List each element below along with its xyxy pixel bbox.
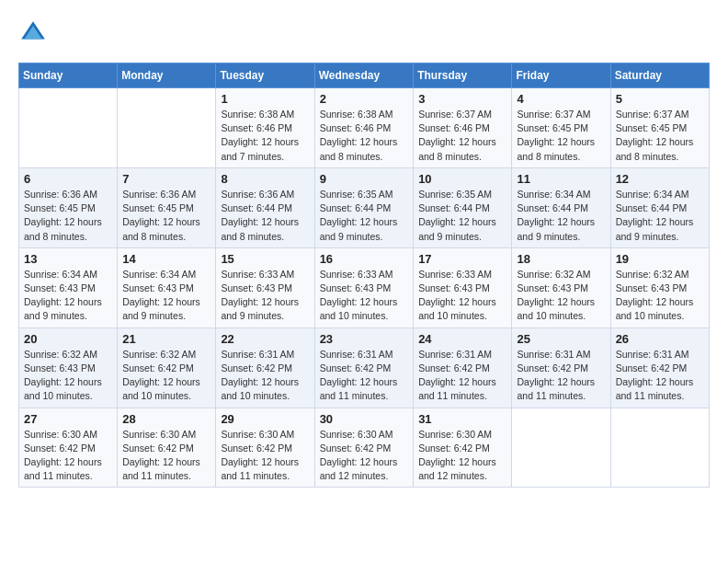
day-info: Sunrise: 6:30 AM Sunset: 6:42 PM Dayligh… [320,428,409,484]
calendar-cell: 27Sunrise: 6:30 AM Sunset: 6:42 PM Dayli… [19,408,118,488]
day-number: 24 [418,332,506,346]
calendar-cell: 24Sunrise: 6:31 AM Sunset: 6:42 PM Dayli… [414,327,512,408]
calendar-week-3: 13Sunrise: 6:34 AM Sunset: 6:43 PM Dayli… [19,247,710,327]
calendar-header: SundayMondayTuesdayWednesdayThursdayFrid… [19,63,710,88]
weekday-header-saturday: Saturday [610,63,709,88]
weekday-header-tuesday: Tuesday [216,63,314,88]
calendar-cell: 15Sunrise: 6:33 AM Sunset: 6:43 PM Dayli… [216,247,314,327]
day-number: 25 [517,332,605,346]
day-info: Sunrise: 6:30 AM Sunset: 6:42 PM Dayligh… [24,428,112,484]
calendar-cell [118,88,216,168]
day-number: 26 [616,332,704,346]
calendar-cell: 10Sunrise: 6:35 AM Sunset: 6:44 PM Dayli… [414,167,512,247]
weekday-header-sunday: Sunday [19,63,118,88]
calendar-cell [512,408,610,488]
day-info: Sunrise: 6:31 AM Sunset: 6:42 PM Dayligh… [221,348,309,404]
day-info: Sunrise: 6:37 AM Sunset: 6:46 PM Dayligh… [418,108,506,164]
calendar-cell: 2Sunrise: 6:38 AM Sunset: 6:46 PM Daylig… [314,88,414,168]
day-number: 3 [418,92,506,106]
weekday-header-thursday: Thursday [414,63,512,88]
calendar-week-1: 1Sunrise: 6:38 AM Sunset: 6:46 PM Daylig… [19,88,710,168]
calendar-body: 1Sunrise: 6:38 AM Sunset: 6:46 PM Daylig… [19,88,710,488]
day-number: 7 [122,172,210,186]
day-number: 27 [24,412,112,426]
day-number: 21 [122,332,210,346]
weekday-row: SundayMondayTuesdayWednesdayThursdayFrid… [19,63,710,88]
day-info: Sunrise: 6:37 AM Sunset: 6:45 PM Dayligh… [616,108,704,164]
calendar-week-2: 6Sunrise: 6:36 AM Sunset: 6:45 PM Daylig… [19,167,710,247]
day-info: Sunrise: 6:32 AM Sunset: 6:42 PM Dayligh… [122,348,210,404]
day-number: 5 [616,92,704,106]
day-info: Sunrise: 6:31 AM Sunset: 6:42 PM Dayligh… [418,348,506,404]
day-info: Sunrise: 6:31 AM Sunset: 6:42 PM Dayligh… [517,348,605,404]
day-number: 22 [221,332,309,346]
calendar-cell: 23Sunrise: 6:31 AM Sunset: 6:42 PM Dayli… [314,327,414,408]
calendar-week-4: 20Sunrise: 6:32 AM Sunset: 6:43 PM Dayli… [19,327,710,408]
weekday-header-wednesday: Wednesday [314,63,414,88]
day-number: 20 [24,332,112,346]
day-info: Sunrise: 6:30 AM Sunset: 6:42 PM Dayligh… [418,428,506,484]
day-number: 10 [418,172,506,186]
calendar-cell: 20Sunrise: 6:32 AM Sunset: 6:43 PM Dayli… [19,327,118,408]
calendar-cell: 13Sunrise: 6:34 AM Sunset: 6:43 PM Dayli… [19,247,118,327]
weekday-header-monday: Monday [118,63,216,88]
calendar-cell [19,88,118,168]
day-number: 4 [517,92,605,106]
day-number: 2 [320,92,409,106]
day-info: Sunrise: 6:32 AM Sunset: 6:43 PM Dayligh… [616,268,704,324]
day-info: Sunrise: 6:34 AM Sunset: 6:44 PM Dayligh… [517,188,605,244]
day-number: 19 [616,252,704,266]
day-number: 12 [616,172,704,186]
day-info: Sunrise: 6:30 AM Sunset: 6:42 PM Dayligh… [122,428,210,484]
day-info: Sunrise: 6:38 AM Sunset: 6:46 PM Dayligh… [221,108,309,164]
calendar-cell: 29Sunrise: 6:30 AM Sunset: 6:42 PM Dayli… [216,408,314,488]
calendar-cell: 28Sunrise: 6:30 AM Sunset: 6:42 PM Dayli… [118,408,216,488]
day-number: 17 [418,252,506,266]
day-number: 11 [517,172,605,186]
day-number: 6 [24,172,112,186]
calendar-cell: 11Sunrise: 6:34 AM Sunset: 6:44 PM Dayli… [512,167,610,247]
calendar-cell: 22Sunrise: 6:31 AM Sunset: 6:42 PM Dayli… [216,327,314,408]
calendar-table: SundayMondayTuesdayWednesdayThursdayFrid… [18,63,710,488]
day-number: 30 [320,412,409,426]
day-info: Sunrise: 6:32 AM Sunset: 6:43 PM Dayligh… [24,348,112,404]
day-info: Sunrise: 6:38 AM Sunset: 6:46 PM Dayligh… [320,108,409,164]
calendar-cell: 8Sunrise: 6:36 AM Sunset: 6:44 PM Daylig… [216,167,314,247]
day-info: Sunrise: 6:37 AM Sunset: 6:45 PM Dayligh… [517,108,605,164]
day-info: Sunrise: 6:31 AM Sunset: 6:42 PM Dayligh… [320,348,409,404]
calendar-cell: 9Sunrise: 6:35 AM Sunset: 6:44 PM Daylig… [314,167,414,247]
day-info: Sunrise: 6:32 AM Sunset: 6:43 PM Dayligh… [517,268,605,324]
day-info: Sunrise: 6:30 AM Sunset: 6:42 PM Dayligh… [221,428,309,484]
calendar-cell: 1Sunrise: 6:38 AM Sunset: 6:46 PM Daylig… [216,88,314,168]
day-info: Sunrise: 6:34 AM Sunset: 6:43 PM Dayligh… [24,268,112,324]
calendar-cell: 6Sunrise: 6:36 AM Sunset: 6:45 PM Daylig… [19,167,118,247]
calendar-cell: 18Sunrise: 6:32 AM Sunset: 6:43 PM Dayli… [512,247,610,327]
day-info: Sunrise: 6:36 AM Sunset: 6:45 PM Dayligh… [24,188,112,244]
calendar-cell [610,408,709,488]
calendar-cell: 5Sunrise: 6:37 AM Sunset: 6:45 PM Daylig… [610,88,709,168]
day-number: 18 [517,252,605,266]
day-number: 29 [221,412,309,426]
day-number: 16 [320,252,409,266]
day-number: 31 [418,412,506,426]
day-info: Sunrise: 6:35 AM Sunset: 6:44 PM Dayligh… [320,188,409,244]
weekday-header-friday: Friday [512,63,610,88]
day-info: Sunrise: 6:33 AM Sunset: 6:43 PM Dayligh… [221,268,309,324]
day-info: Sunrise: 6:33 AM Sunset: 6:43 PM Dayligh… [320,268,409,324]
calendar-cell: 31Sunrise: 6:30 AM Sunset: 6:42 PM Dayli… [414,408,512,488]
day-info: Sunrise: 6:36 AM Sunset: 6:45 PM Dayligh… [122,188,210,244]
day-number: 14 [122,252,210,266]
calendar-cell: 7Sunrise: 6:36 AM Sunset: 6:45 PM Daylig… [118,167,216,247]
day-info: Sunrise: 6:34 AM Sunset: 6:44 PM Dayligh… [616,188,704,244]
day-info: Sunrise: 6:31 AM Sunset: 6:42 PM Dayligh… [616,348,704,404]
logo-icon [18,18,48,48]
logo [18,18,51,48]
day-number: 28 [122,412,210,426]
calendar-cell: 19Sunrise: 6:32 AM Sunset: 6:43 PM Dayli… [610,247,709,327]
calendar-cell: 12Sunrise: 6:34 AM Sunset: 6:44 PM Dayli… [610,167,709,247]
day-number: 9 [320,172,409,186]
day-number: 13 [24,252,112,266]
day-number: 8 [221,172,309,186]
calendar-cell: 4Sunrise: 6:37 AM Sunset: 6:45 PM Daylig… [512,88,610,168]
calendar-cell: 26Sunrise: 6:31 AM Sunset: 6:42 PM Dayli… [610,327,709,408]
